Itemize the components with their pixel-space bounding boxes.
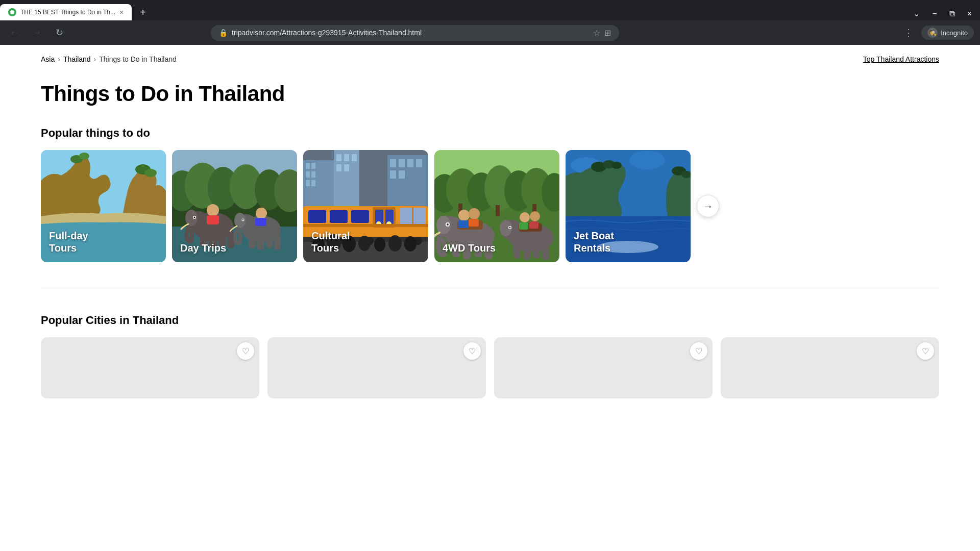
url-text[interactable]: tripadvisor.com/Attractions-g293915-Acti… xyxy=(232,29,589,37)
tab-favicon xyxy=(8,8,16,16)
card-cultural-tours[interactable]: CulturalTours xyxy=(303,150,428,262)
heart-icon-3: ♡ xyxy=(695,346,702,356)
card-jetboat-label: Jet BoatRentals xyxy=(574,230,614,254)
breadcrumb-asia[interactable]: Asia xyxy=(41,55,55,63)
refresh-button[interactable]: ↻ xyxy=(51,24,67,41)
address-bar[interactable]: 🔒 tripadvisor.com/Attractions-g293915-Ac… xyxy=(211,25,619,41)
card-jet-boat-rentals[interactable]: Jet BoatRentals xyxy=(566,150,691,262)
svg-rect-44 xyxy=(311,180,315,186)
svg-point-3 xyxy=(79,153,89,160)
svg-rect-25 xyxy=(207,215,219,224)
svg-rect-47 xyxy=(344,154,349,161)
svg-rect-54 xyxy=(407,159,413,167)
svg-rect-61 xyxy=(330,210,348,223)
svg-rect-27 xyxy=(249,232,256,248)
svg-point-5 xyxy=(144,169,157,177)
svg-rect-40 xyxy=(311,163,315,169)
svg-point-126 xyxy=(629,151,665,169)
svg-point-35 xyxy=(256,208,267,219)
svg-rect-49 xyxy=(336,164,341,171)
city-card-3[interactable]: ♡ xyxy=(494,337,713,398)
svg-rect-94 xyxy=(496,205,500,216)
svg-rect-121 xyxy=(519,222,528,230)
close-tab-button[interactable]: × xyxy=(119,8,124,16)
city-4-favorite-button[interactable]: ♡ xyxy=(917,342,934,360)
svg-point-23 xyxy=(194,217,195,218)
card-fullday-label: Full-dayTours xyxy=(49,230,88,254)
svg-rect-39 xyxy=(306,163,310,169)
svg-rect-60 xyxy=(308,210,326,223)
tab-title: THE 15 BEST Things to Do in Th... xyxy=(20,9,115,16)
cities-section-title: Popular Cities in Thailand xyxy=(41,314,939,327)
svg-point-24 xyxy=(207,204,219,216)
card-4wd-tours[interactable]: 4WD Tours xyxy=(434,150,559,262)
svg-point-34 xyxy=(242,219,243,220)
city-card-4[interactable]: ♡ xyxy=(721,337,939,398)
page-title: Things to Do in Thailand xyxy=(41,82,939,106)
svg-rect-30 xyxy=(274,233,281,250)
svg-rect-19 xyxy=(227,231,234,248)
card-day-trips[interactable]: Day Trips xyxy=(172,150,297,262)
address-bar-right: ⋮ 🕵 Incognito xyxy=(900,25,974,40)
city-card-4-image xyxy=(721,337,939,398)
page-content: Asia › Thailand › Things to Do in Thaila… xyxy=(0,45,980,398)
svg-rect-48 xyxy=(352,154,357,161)
forward-button[interactable]: → xyxy=(29,24,45,41)
svg-rect-56 xyxy=(390,170,396,179)
extensions-icon[interactable]: ⊞ xyxy=(604,28,611,38)
svg-point-104 xyxy=(447,223,449,226)
city-card-2[interactable]: ♡ xyxy=(267,337,486,398)
next-arrow-icon: → xyxy=(703,201,713,212)
svg-point-122 xyxy=(530,211,540,221)
tab-list-button[interactable]: ⌄ xyxy=(909,7,924,20)
svg-point-106 xyxy=(458,210,470,221)
city-card-1[interactable]: ♡ xyxy=(41,337,259,398)
city-card-1-image xyxy=(41,337,259,398)
active-tab[interactable]: THE 15 BEST Things to Do in Th... × xyxy=(0,4,132,20)
svg-point-80 xyxy=(358,236,371,251)
card-daytrips-label: Day Trips xyxy=(180,242,226,254)
browser-chrome: THE 15 BEST Things to Do in Th... × + ⌄ … xyxy=(0,0,980,45)
city-card-3-image xyxy=(494,337,713,398)
svg-rect-52 xyxy=(390,159,396,167)
svg-rect-62 xyxy=(351,210,369,223)
breadcrumb-thailand[interactable]: Thailand xyxy=(63,55,91,63)
close-window-button[interactable]: × xyxy=(963,7,976,20)
bookmark-icon[interactable]: ☆ xyxy=(593,28,600,38)
city-1-favorite-button[interactable]: ♡ xyxy=(237,342,254,360)
city-2-favorite-button[interactable]: ♡ xyxy=(463,342,481,360)
svg-rect-111 xyxy=(513,240,521,259)
svg-rect-36 xyxy=(255,218,266,226)
incognito-label: Incognito xyxy=(941,29,968,37)
minimize-button[interactable]: − xyxy=(928,7,941,20)
city-3-favorite-button[interactable]: ♡ xyxy=(690,342,707,360)
back-button[interactable]: ← xyxy=(6,24,22,41)
svg-rect-57 xyxy=(399,170,405,179)
svg-rect-112 xyxy=(523,242,530,260)
heart-icon-4: ♡ xyxy=(922,346,929,356)
next-button[interactable]: → xyxy=(697,195,719,217)
more-options-button[interactable]: ⋮ xyxy=(900,25,917,40)
top-attractions-link[interactable]: Top Thailand Attractions xyxy=(863,55,939,63)
card-full-day-tours[interactable]: Full-dayTours xyxy=(41,150,166,262)
incognito-badge: 🕵 Incognito xyxy=(921,26,974,40)
new-tab-button[interactable]: + xyxy=(134,4,152,20)
svg-rect-107 xyxy=(458,220,469,228)
city-cards-row: ♡ ♡ ♡ ♡ xyxy=(41,337,939,398)
svg-rect-28 xyxy=(257,233,264,250)
activity-cards-row: Full-dayTours xyxy=(41,150,939,262)
svg-point-83 xyxy=(404,236,416,252)
city-card-2-image xyxy=(267,337,486,398)
activity-cards-container: Full-dayTours xyxy=(41,150,939,262)
breadcrumb: Asia › Thailand › Things to Do in Thaila… xyxy=(41,45,939,71)
maximize-button[interactable]: ⧉ xyxy=(945,7,959,20)
svg-rect-109 xyxy=(469,219,479,227)
heart-icon-1: ♡ xyxy=(242,346,249,356)
heart-icon-2: ♡ xyxy=(469,346,476,356)
svg-rect-114 xyxy=(542,242,549,260)
tab-bar: THE 15 BEST Things to Do in Th... × + ⌄ … xyxy=(0,0,980,20)
address-bar-row: ← → ↻ 🔒 tripadvisor.com/Attractions-g293… xyxy=(0,20,980,45)
svg-point-108 xyxy=(469,208,480,219)
svg-rect-53 xyxy=(399,159,405,167)
section-divider xyxy=(41,288,939,288)
